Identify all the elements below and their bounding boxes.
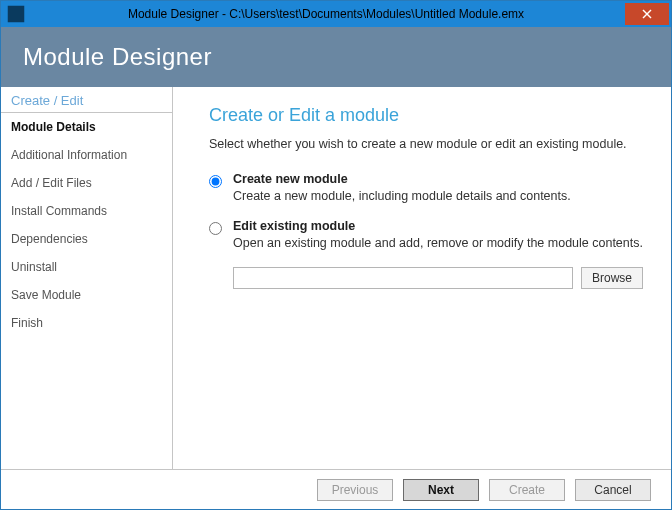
sidebar-item-uninstall[interactable]: Uninstall (1, 253, 172, 281)
main-panel: Create or Edit a module Select whether y… (173, 87, 671, 469)
option-edit-desc: Open an existing module and add, remove … (233, 235, 643, 253)
option-edit: Edit existing module Open an existing mo… (209, 219, 643, 253)
sidebar-item-additional-information[interactable]: Additional Information (1, 141, 172, 169)
svg-rect-0 (8, 6, 25, 23)
main-heading: Create or Edit a module (209, 105, 643, 126)
radio-edit-existing[interactable] (209, 222, 222, 235)
sidebar-item-dependencies[interactable]: Dependencies (1, 225, 172, 253)
cancel-button[interactable]: Cancel (575, 479, 651, 501)
sidebar: Create / Edit Module Details Additional … (1, 87, 173, 469)
option-create-desc: Create a new module, including module de… (233, 188, 643, 206)
option-create: Create new module Create a new module, i… (209, 172, 643, 206)
previous-button[interactable]: Previous (317, 479, 393, 501)
sidebar-item-add-edit-files[interactable]: Add / Edit Files (1, 169, 172, 197)
close-button[interactable] (625, 3, 669, 25)
module-designer-window: Module Designer - C:\Users\test\Document… (0, 0, 672, 510)
titlebar: Module Designer - C:\Users\test\Document… (1, 1, 671, 27)
path-row: Browse (233, 267, 643, 289)
app-icon (5, 3, 27, 25)
main-intro: Select whether you wish to create a new … (209, 136, 643, 154)
sidebar-section-header: Create / Edit (1, 87, 172, 113)
sidebar-item-install-commands[interactable]: Install Commands (1, 197, 172, 225)
create-button[interactable]: Create (489, 479, 565, 501)
module-path-input[interactable] (233, 267, 573, 289)
option-edit-title: Edit existing module (233, 219, 643, 233)
option-create-title: Create new module (233, 172, 643, 186)
header-band: Module Designer (1, 27, 671, 87)
sidebar-item-module-details[interactable]: Module Details (1, 113, 172, 141)
content-area: Create / Edit Module Details Additional … (1, 87, 671, 469)
browse-button[interactable]: Browse (581, 267, 643, 289)
sidebar-item-finish[interactable]: Finish (1, 309, 172, 337)
footer: Previous Next Create Cancel (1, 469, 671, 509)
page-title: Module Designer (23, 43, 212, 71)
next-button[interactable]: Next (403, 479, 479, 501)
sidebar-item-save-module[interactable]: Save Module (1, 281, 172, 309)
radio-create-new[interactable] (209, 175, 222, 188)
window-title: Module Designer - C:\Users\test\Document… (27, 7, 625, 21)
